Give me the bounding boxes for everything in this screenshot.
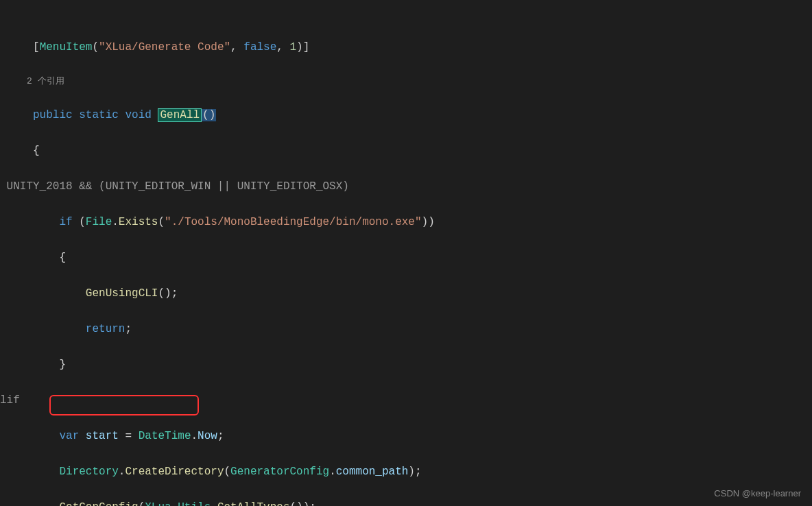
keyword: if <box>59 216 72 228</box>
method-call: GetGenConfig <box>59 501 138 506</box>
code-line: GetGenConfig(XLua.Utils.GetAllTypes()); <box>0 498 812 506</box>
preprocessor-text: lif <box>0 394 20 407</box>
selection: () <box>202 109 216 121</box>
brace: } <box>59 359 66 371</box>
type-name: DateTime <box>139 430 191 442</box>
code-line: { <box>0 249 812 267</box>
brace: { <box>59 252 66 264</box>
type-name: GeneratorConfig <box>230 466 329 478</box>
type-name: XLua <box>145 501 171 506</box>
bool-literal: false <box>243 41 276 53</box>
keyword: var <box>59 430 79 442</box>
code-line: } <box>0 356 812 374</box>
number-literal: 1 <box>290 41 297 53</box>
code-line: public static void GenAll() <box>0 106 812 124</box>
codelens-references[interactable]: 2 个引用 <box>0 74 812 88</box>
property: common_path <box>336 466 409 478</box>
code-line: { <box>0 142 812 160</box>
string-literal: "XLua/Generate Code" <box>99 41 230 53</box>
code-editor[interactable]: [MenuItem("XLua/Generate Code", false, 1… <box>0 0 812 506</box>
code-line: [MenuItem("XLua/Generate Code", false, 1… <box>0 38 812 56</box>
bracket-close: )] <box>296 41 309 53</box>
keyword: void <box>125 109 151 121</box>
method-call: GetAllTypes <box>217 501 290 506</box>
type-name: MenuItem <box>40 41 93 53</box>
code-line: GenUsingCLI(); <box>0 285 812 302</box>
method-call: CreateDirectory <box>125 466 224 478</box>
variable: start <box>86 430 119 442</box>
bracket: [ <box>33 41 40 53</box>
code-line: if (File.Exists("./Tools/MonoBleedingEdg… <box>0 213 812 231</box>
brace: { <box>33 145 40 157</box>
code-line: var start = DateTime.Now; <box>0 427 812 445</box>
type-name: File <box>86 216 112 228</box>
property: Now <box>198 430 217 442</box>
keyword: static <box>79 109 119 121</box>
method-call: GenUsingCLI <box>86 287 158 300</box>
preprocessor-line: UNITY_2018 && (UNITY_EDITOR_WIN || UNITY… <box>0 178 812 195</box>
code-line: return; <box>0 320 812 338</box>
method-call: Exists <box>119 216 158 228</box>
string-literal: "./Tools/MonoBleedingEdge/bin/mono.exe" <box>165 216 421 228</box>
type-name: Directory <box>59 466 118 478</box>
preprocessor-line: lif <box>0 391 812 409</box>
keyword: public <box>33 109 73 121</box>
type-name: Utils <box>178 501 211 506</box>
watermark-text: CSDN @keep-learner <box>714 486 801 501</box>
code-line: Directory.CreateDirectory(GeneratorConfi… <box>0 463 812 481</box>
keyword: return <box>86 323 126 335</box>
method-name-highlighted: GenAll <box>158 108 202 122</box>
preprocessor-text: UNITY_2018 && (UNITY_EDITOR_WIN || UNITY… <box>7 180 349 193</box>
